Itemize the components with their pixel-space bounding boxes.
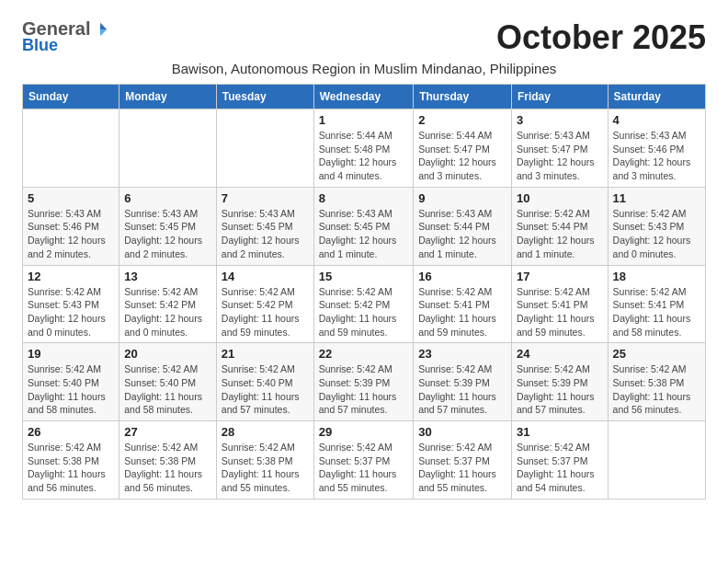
calendar-cell: 2Sunrise: 5:44 AMSunset: 5:47 PMDaylight… (414, 109, 512, 188)
header: General Blue October 2025 (22, 18, 706, 57)
day-info: Sunrise: 5:42 AMSunset: 5:41 PMDaylight:… (613, 285, 700, 339)
day-number: 19 (28, 347, 114, 361)
day-info: Sunrise: 5:42 AMSunset: 5:41 PMDaylight:… (517, 285, 603, 339)
calendar-cell: 26Sunrise: 5:42 AMSunset: 5:38 PMDayligh… (23, 421, 119, 500)
calendar-cell: 10Sunrise: 5:42 AMSunset: 5:44 PMDayligh… (511, 187, 608, 265)
calendar-cell: 25Sunrise: 5:42 AMSunset: 5:38 PMDayligh… (608, 343, 705, 421)
day-info: Sunrise: 5:42 AMSunset: 5:37 PMDaylight:… (319, 441, 408, 495)
calendar-cell: 20Sunrise: 5:42 AMSunset: 5:40 PMDayligh… (119, 343, 217, 421)
day-number: 28 (222, 425, 309, 439)
calendar-cell (23, 109, 119, 188)
calendar-header-wednesday: Wednesday (313, 85, 413, 109)
day-info: Sunrise: 5:44 AMSunset: 5:47 PMDaylight:… (418, 129, 506, 183)
day-number: 23 (418, 347, 506, 361)
day-info: Sunrise: 5:42 AMSunset: 5:43 PMDaylight:… (613, 207, 700, 261)
calendar-cell (119, 109, 217, 188)
calendar-week-3: 12Sunrise: 5:42 AMSunset: 5:43 PMDayligh… (23, 265, 706, 343)
day-info: Sunrise: 5:42 AMSunset: 5:40 PMDaylight:… (222, 362, 309, 417)
calendar-week-1: 1Sunrise: 5:44 AMSunset: 5:48 PMDaylight… (23, 109, 706, 188)
day-info: Sunrise: 5:42 AMSunset: 5:38 PMDaylight:… (222, 441, 309, 495)
day-number: 31 (517, 425, 603, 439)
calendar-header-row: SundayMondayTuesdayWednesdayThursdayFrid… (23, 85, 706, 109)
calendar-table: SundayMondayTuesdayWednesdayThursdayFrid… (22, 84, 706, 500)
calendar-header-tuesday: Tuesday (216, 85, 313, 109)
day-number: 15 (319, 270, 408, 283)
day-number: 10 (517, 191, 603, 205)
day-number: 24 (517, 347, 603, 361)
page: General Blue October 2025 Bawison, Auton… (0, 0, 728, 514)
calendar-cell (608, 421, 705, 500)
day-number: 2 (418, 113, 506, 127)
day-number: 18 (613, 270, 700, 283)
calendar-cell: 28Sunrise: 5:42 AMSunset: 5:38 PMDayligh… (216, 421, 313, 500)
day-number: 8 (319, 191, 408, 205)
calendar-cell (216, 109, 313, 188)
calendar-cell: 22Sunrise: 5:42 AMSunset: 5:39 PMDayligh… (313, 343, 413, 421)
day-number: 14 (222, 270, 309, 283)
calendar-cell: 21Sunrise: 5:42 AMSunset: 5:40 PMDayligh… (216, 343, 313, 421)
day-info: Sunrise: 5:42 AMSunset: 5:39 PMDaylight:… (319, 362, 408, 417)
month-title: October 2025 (496, 18, 706, 57)
day-number: 6 (124, 191, 211, 205)
day-info: Sunrise: 5:42 AMSunset: 5:37 PMDaylight:… (418, 441, 506, 495)
day-info: Sunrise: 5:42 AMSunset: 5:39 PMDaylight:… (517, 362, 603, 417)
day-number: 17 (517, 270, 603, 283)
day-number: 3 (517, 113, 603, 127)
calendar-header-sunday: Sunday (23, 85, 119, 109)
day-number: 16 (418, 270, 506, 283)
day-number: 4 (613, 113, 700, 127)
logo-blue: Blue (22, 36, 58, 55)
day-info: Sunrise: 5:42 AMSunset: 5:41 PMDaylight:… (418, 285, 506, 339)
calendar-header-thursday: Thursday (414, 85, 512, 109)
day-info: Sunrise: 5:42 AMSunset: 5:42 PMDaylight:… (222, 285, 309, 339)
calendar-cell: 16Sunrise: 5:42 AMSunset: 5:41 PMDayligh… (414, 265, 512, 343)
calendar-cell: 11Sunrise: 5:42 AMSunset: 5:43 PMDayligh… (608, 187, 705, 265)
day-info: Sunrise: 5:42 AMSunset: 5:38 PMDaylight:… (124, 441, 211, 495)
calendar-week-5: 26Sunrise: 5:42 AMSunset: 5:38 PMDayligh… (23, 421, 706, 500)
calendar-cell: 23Sunrise: 5:42 AMSunset: 5:39 PMDayligh… (414, 343, 512, 421)
day-number: 1 (319, 113, 408, 127)
day-info: Sunrise: 5:42 AMSunset: 5:42 PMDaylight:… (319, 285, 408, 339)
day-number: 22 (319, 347, 408, 361)
day-number: 25 (613, 347, 700, 361)
day-info: Sunrise: 5:42 AMSunset: 5:40 PMDaylight:… (28, 362, 114, 417)
calendar-header-saturday: Saturday (608, 85, 705, 109)
day-info: Sunrise: 5:42 AMSunset: 5:37 PMDaylight:… (517, 441, 603, 495)
day-info: Sunrise: 5:42 AMSunset: 5:40 PMDaylight:… (124, 362, 211, 417)
calendar-cell: 8Sunrise: 5:43 AMSunset: 5:45 PMDaylight… (313, 187, 413, 265)
calendar-cell: 12Sunrise: 5:42 AMSunset: 5:43 PMDayligh… (23, 265, 119, 343)
day-number: 21 (222, 347, 309, 361)
day-info: Sunrise: 5:43 AMSunset: 5:44 PMDaylight:… (418, 207, 506, 261)
calendar-week-2: 5Sunrise: 5:43 AMSunset: 5:46 PMDaylight… (23, 187, 706, 265)
day-number: 5 (28, 191, 114, 205)
calendar-cell: 5Sunrise: 5:43 AMSunset: 5:46 PMDaylight… (23, 187, 119, 265)
day-number: 11 (613, 191, 700, 205)
calendar-cell: 15Sunrise: 5:42 AMSunset: 5:42 PMDayligh… (313, 265, 413, 343)
day-info: Sunrise: 5:42 AMSunset: 5:42 PMDaylight:… (124, 285, 211, 339)
day-number: 9 (418, 191, 506, 205)
subtitle: Bawison, Autonomous Region in Muslim Min… (22, 61, 706, 76)
day-info: Sunrise: 5:42 AMSunset: 5:38 PMDaylight:… (613, 362, 700, 417)
calendar-cell: 31Sunrise: 5:42 AMSunset: 5:37 PMDayligh… (511, 421, 608, 500)
day-number: 30 (418, 425, 506, 439)
calendar-cell: 14Sunrise: 5:42 AMSunset: 5:42 PMDayligh… (216, 265, 313, 343)
day-info: Sunrise: 5:42 AMSunset: 5:43 PMDaylight:… (28, 285, 114, 339)
day-number: 27 (124, 425, 211, 439)
day-number: 20 (124, 347, 211, 361)
calendar-cell: 13Sunrise: 5:42 AMSunset: 5:42 PMDayligh… (119, 265, 217, 343)
calendar-cell: 3Sunrise: 5:43 AMSunset: 5:47 PMDaylight… (511, 109, 608, 188)
logo-flag-icon (92, 21, 108, 38)
svg-marker-0 (100, 22, 107, 29)
svg-marker-1 (100, 29, 107, 36)
day-number: 13 (124, 270, 211, 283)
day-number: 29 (319, 425, 408, 439)
day-info: Sunrise: 5:44 AMSunset: 5:48 PMDaylight:… (319, 129, 408, 183)
calendar-cell: 17Sunrise: 5:42 AMSunset: 5:41 PMDayligh… (511, 265, 608, 343)
calendar-cell: 1Sunrise: 5:44 AMSunset: 5:48 PMDaylight… (313, 109, 413, 188)
calendar-cell: 18Sunrise: 5:42 AMSunset: 5:41 PMDayligh… (608, 265, 705, 343)
calendar-cell: 24Sunrise: 5:42 AMSunset: 5:39 PMDayligh… (511, 343, 608, 421)
calendar-header-monday: Monday (119, 85, 217, 109)
day-info: Sunrise: 5:43 AMSunset: 5:46 PMDaylight:… (28, 207, 114, 261)
calendar-cell: 7Sunrise: 5:43 AMSunset: 5:45 PMDaylight… (216, 187, 313, 265)
day-info: Sunrise: 5:42 AMSunset: 5:38 PMDaylight:… (28, 441, 114, 495)
